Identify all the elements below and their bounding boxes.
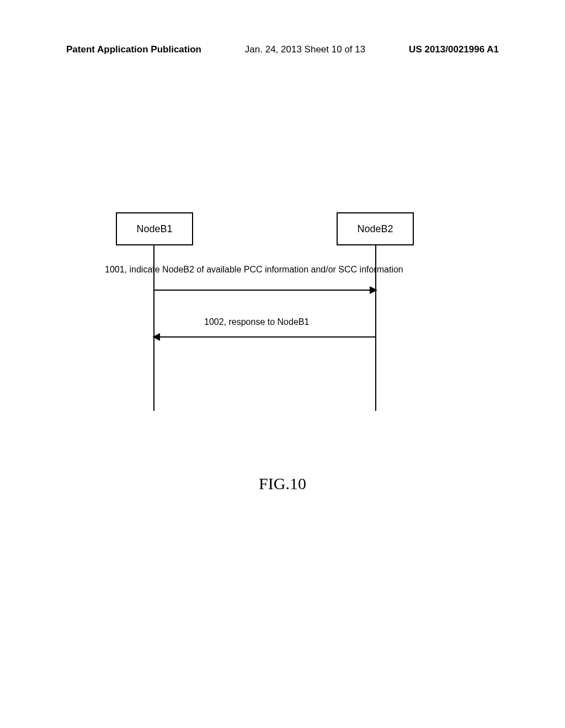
node-b1-label: NodeB1 (136, 223, 172, 235)
node-b1-box: NodeB1 (116, 212, 193, 245)
node-b2-box: NodeB2 (337, 212, 414, 245)
node-b2-label: NodeB2 (357, 223, 393, 235)
publication-number: US 2013/0021996 A1 (409, 44, 499, 55)
arrow-1001-line (154, 290, 375, 291)
sequence-diagram: NodeB1 NodeB2 1001, indicate NodeB2 of a… (94, 212, 447, 422)
figure-caption: FIG.10 (0, 474, 565, 493)
arrow-1001-head (370, 286, 377, 294)
message-1002-label: 1002, response to NodeB1 (204, 317, 309, 327)
page-header: Patent Application Publication Jan. 24, … (0, 44, 565, 55)
date-sheet-info: Jan. 24, 2013 Sheet 10 of 13 (245, 44, 365, 55)
publication-type: Patent Application Publication (66, 44, 201, 55)
arrow-1002-head (152, 333, 160, 341)
arrow-1002-line (154, 336, 375, 338)
message-1001-label: 1001, indicate NodeB2 of available PCC i… (105, 265, 403, 275)
